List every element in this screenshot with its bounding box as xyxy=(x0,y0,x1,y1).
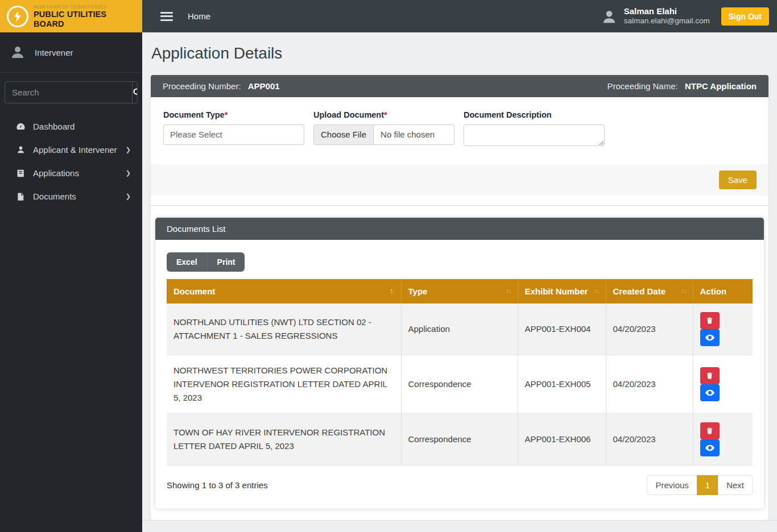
proceeding-number-label: Proceeding Number: xyxy=(163,81,241,91)
page-title: Application Details xyxy=(151,44,768,63)
lightning-bolt-icon xyxy=(7,6,28,27)
brand-region: NORTHWEST TERRITORIES xyxy=(34,4,135,10)
document-cell: NORTHLAND UTILITIES (NWT) LTD SECTION 02… xyxy=(167,304,401,355)
type-cell: Correspondence xyxy=(401,355,518,414)
next-page-button[interactable]: Next xyxy=(718,475,753,495)
exhibit-cell: APP001-EXH004 xyxy=(518,304,606,355)
column-header-exhibit-number[interactable]: Exhibit Number↑↓ xyxy=(518,279,606,304)
document-type-select[interactable]: Please Select xyxy=(163,124,304,145)
documents-panel-title: Documents List xyxy=(155,218,764,240)
sidebar-item-documents[interactable]: Documents ❯ xyxy=(0,185,142,208)
exhibit-cell: APP001-EXH005 xyxy=(518,355,606,414)
document-type-label: Document Type* xyxy=(163,110,304,119)
chevron-right-icon: ❯ xyxy=(126,193,131,200)
trash-icon xyxy=(706,317,713,325)
upload-form: Document Type* Please Select Upload Docu… xyxy=(151,97,768,164)
user-role-label: Intervener xyxy=(35,48,73,57)
main-area: Home Salman Elahi salman.elahi@gmail.com… xyxy=(142,0,777,532)
exhibit-cell: APP001-EXH006 xyxy=(518,414,606,466)
column-header-action: Action xyxy=(693,279,753,304)
sort-icon: ↑↓ xyxy=(681,287,686,295)
nav-user-name: Salman Elahi xyxy=(624,6,710,17)
table-header-row: Document↑↓ Type↑↓ Exhibit Number↑↓ Creat… xyxy=(167,279,753,304)
search-input[interactable] xyxy=(5,82,132,103)
delete-button[interactable] xyxy=(700,312,720,329)
view-button[interactable] xyxy=(700,439,720,456)
created-date-cell: 04/20/2023 xyxy=(606,304,693,355)
eye-icon xyxy=(705,389,714,396)
print-button[interactable]: Print xyxy=(207,252,245,272)
pagination: Previous 1 Next xyxy=(647,475,753,495)
column-header-document[interactable]: Document↑↓ xyxy=(167,279,401,304)
content: Application Details Proceeding Number: A… xyxy=(142,32,777,520)
eye-icon xyxy=(705,444,714,451)
export-button-group: Excel Print xyxy=(167,252,245,272)
document-cell: NORTHWEST TERRITORIES POWER CORPORATION … xyxy=(167,355,401,414)
chevron-right-icon: ❯ xyxy=(126,146,131,153)
sidebar: NORTHWEST TERRITORIES PUBLIC UTILITIES B… xyxy=(0,0,142,532)
delete-button[interactable] xyxy=(700,422,720,439)
delete-button[interactable] xyxy=(700,367,720,384)
action-cell xyxy=(693,304,753,355)
view-button[interactable] xyxy=(700,329,720,346)
file-status-text: No file chosen xyxy=(374,125,441,144)
table-row: TOWN OF HAY RIVER INTERVENOR REGISTRATIO… xyxy=(167,414,753,466)
search-icon xyxy=(133,88,138,97)
address-book-icon xyxy=(15,169,26,178)
action-cell xyxy=(693,414,753,466)
type-cell: Application xyxy=(401,304,518,355)
page-1-button[interactable]: 1 xyxy=(697,475,718,495)
file-input[interactable]: Choose File No file chosen xyxy=(313,124,454,145)
upload-document-label: Upload Document* xyxy=(313,110,454,119)
created-date-cell: 04/20/2023 xyxy=(606,414,693,466)
documents-panel: Documents List Excel Print Document↑↓ xyxy=(155,218,764,509)
document-description-input[interactable] xyxy=(464,124,605,146)
menu-toggle-icon[interactable] xyxy=(160,12,173,21)
sign-out-button[interactable]: Sign Out xyxy=(721,7,769,26)
brand-name: PUBLIC UTILITIES BOARD xyxy=(34,10,135,28)
file-icon xyxy=(15,192,26,201)
choose-file-button[interactable]: Choose File xyxy=(314,125,374,144)
nav-home-link[interactable]: Home xyxy=(188,11,210,21)
chevron-right-icon: ❯ xyxy=(126,169,131,177)
user-icon xyxy=(9,44,26,61)
document-description-label: Document Description xyxy=(464,110,605,119)
required-marker: * xyxy=(225,110,228,119)
proceeding-name-value: NTPC Application xyxy=(685,81,757,91)
sort-icon: ↑↓ xyxy=(594,287,599,295)
created-date-cell: 04/20/2023 xyxy=(606,355,693,414)
search-button[interactable] xyxy=(132,82,138,103)
page-footer: Copyright © 2023 NWT Public Utilities Bo… xyxy=(142,520,777,532)
proceeding-number-value: APP001 xyxy=(248,81,280,91)
table-row: NORTHLAND UTILITIES (NWT) LTD SECTION 02… xyxy=(167,304,753,355)
column-header-created-date[interactable]: Created Date↑↓ xyxy=(606,279,693,304)
table-footer: Showing 1 to 3 of 3 entries Previous 1 N… xyxy=(167,475,753,495)
brand-logo: NORTHWEST TERRITORIES PUBLIC UTILITIES B… xyxy=(0,0,142,32)
application-card: Proceeding Number: APP001 Proceeding Nam… xyxy=(151,75,768,520)
view-button[interactable] xyxy=(700,384,720,401)
sidebar-item-applicant-intervener[interactable]: Applicant & Intervener ❯ xyxy=(0,138,142,161)
entries-summary: Showing 1 to 3 of 3 entries xyxy=(167,480,268,490)
sort-icon: ↑↓ xyxy=(506,287,511,295)
documents-section: Documents List Excel Print Document↑↓ xyxy=(151,206,768,520)
sidebar-user-block: Intervener xyxy=(0,32,142,73)
type-cell: Correspondence xyxy=(401,414,518,466)
save-button[interactable]: Save xyxy=(719,171,757,189)
column-header-type[interactable]: Type↑↓ xyxy=(401,279,518,304)
sidebar-item-applications[interactable]: Applications ❯ xyxy=(0,161,142,185)
sidebar-menu: Dashboard Applicant & Intervener ❯ Appli… xyxy=(0,109,142,208)
sort-icon: ↑↓ xyxy=(390,287,394,295)
sidebar-item-label: Dashboard xyxy=(33,122,75,131)
document-cell: TOWN OF HAY RIVER INTERVENOR REGISTRATIO… xyxy=(167,414,401,466)
top-navbar: Home Salman Elahi salman.elahi@gmail.com… xyxy=(142,0,777,32)
form-footer: Save xyxy=(151,164,768,196)
upload-document-field: Upload Document* Choose File No file cho… xyxy=(313,110,454,148)
document-type-field: Document Type* Please Select xyxy=(163,110,304,148)
required-marker: * xyxy=(384,110,387,119)
excel-button[interactable]: Excel xyxy=(167,252,207,272)
previous-page-button[interactable]: Previous xyxy=(647,475,697,495)
sidebar-item-dashboard[interactable]: Dashboard xyxy=(0,115,142,138)
sidebar-item-label: Documents xyxy=(33,192,76,201)
proceeding-name-label: Proceeding Name: xyxy=(607,81,677,91)
sidebar-search xyxy=(5,81,138,103)
